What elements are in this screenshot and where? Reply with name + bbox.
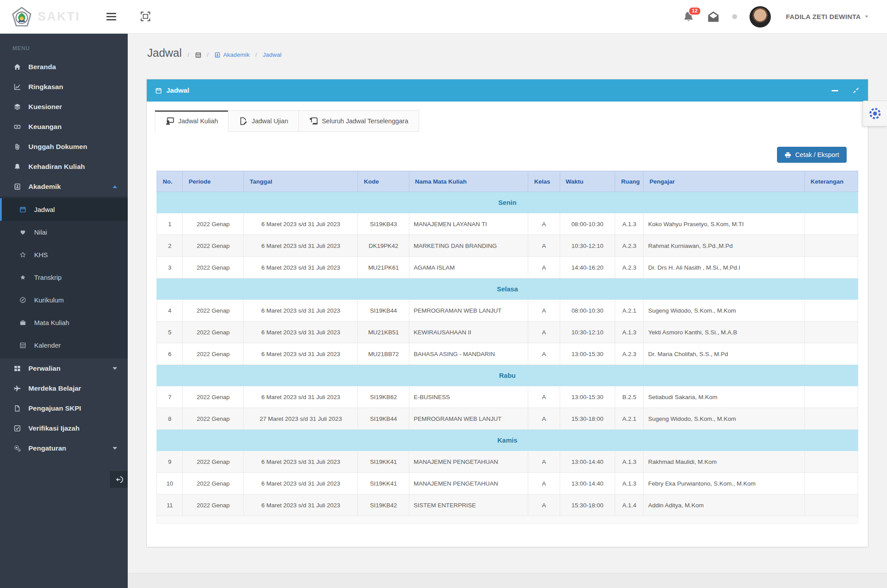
table-row: 42022 Genap6 Maret 2023 s/d 31 Juli 2023… — [157, 300, 858, 321]
user-menu-button[interactable]: FADILA ZETI DEWINTA — [783, 12, 871, 21]
sidebar-item-kehadiran-kuliah[interactable]: Kehadiran Kuliah — [0, 157, 128, 176]
cell-tanggal: 6 Maret 2023 s/d 31 Juli 2023 — [243, 235, 358, 257]
sidebar-item-ringkasan[interactable]: Ringkasan — [0, 77, 128, 97]
cell-periode: 2022 Genap — [183, 343, 243, 365]
check-square-icon — [12, 425, 22, 432]
cell-kelas: A — [528, 257, 560, 278]
cell-kode: MU21PK61 — [358, 257, 409, 278]
cell-no: 10 — [157, 473, 183, 494]
sidebar-item-unggah-dokumen[interactable]: Unggah Dokumen — [0, 137, 128, 157]
cell-kode: SI19KK41 — [358, 451, 409, 473]
messages-button[interactable] — [707, 10, 720, 23]
fullscreen-button[interactable] — [140, 11, 151, 22]
cell-ruang: A.1.3 — [615, 321, 644, 343]
sidebar-item-label: Kuesioner — [28, 103, 62, 111]
sidebar-subitem-jadwal[interactable]: Jadwal — [0, 198, 128, 221]
cell-nama-mata-kuliah: SISTEM ENTERPRISE — [409, 494, 528, 516]
schedule-table-body: Senin12022 Genap6 Maret 2023 s/d 31 Juli… — [157, 192, 858, 524]
print-export-button[interactable]: Cetak / Eksport — [777, 147, 847, 163]
breadcrumb-calendar-grid-icon[interactable] — [195, 52, 201, 58]
breadcrumb-label: Jadwal — [263, 51, 281, 58]
sidebar-item-akademik[interactable]: Akademik — [0, 176, 128, 196]
sidebar-subitem-transkrip[interactable]: Transkrip — [0, 266, 128, 289]
day-group-row-senin: Senin — [157, 192, 858, 213]
sidebar-subitem-nilai[interactable]: Nilai — [0, 221, 128, 243]
col-header-nama-mata-kuliah: Nama Mata Kuliah — [409, 171, 528, 192]
cell-kelas: A — [528, 343, 560, 365]
panel-tools — [832, 87, 860, 94]
tab-seluruh-jadwal-terselenggara[interactable]: Seluruh Jadwal Terselenggara — [298, 110, 419, 132]
cell-nama-mata-kuliah: E-BUSINESS — [409, 386, 528, 408]
col-header-pengajar: Pengajar — [644, 171, 805, 192]
cell-waktu: 10:30-12:10 — [560, 321, 615, 343]
sidebar-item-perwalian[interactable]: Perwalian — [0, 358, 128, 378]
cell-periode: 2022 Genap — [183, 386, 243, 408]
calendar-grid-icon — [18, 342, 27, 349]
sidebar-toggle-button[interactable] — [106, 13, 116, 20]
cell-no: 1 — [157, 213, 183, 235]
cell-tanggal: 6 Maret 2023 s/d 31 Juli 2023 — [243, 343, 358, 365]
cell-pengajar: Febry Eka Purwiantono, S.Kom., M.Kom — [644, 473, 805, 494]
cell-tanggal: 6 Maret 2023 s/d 31 Juli 2023 — [243, 257, 358, 278]
cell-nama-mata-kuliah: MARKETING DAN BRANDING — [409, 235, 528, 257]
compress-panel-button[interactable] — [852, 87, 860, 94]
tab-jadwal-kuliah[interactable]: Jadwal Kuliah — [155, 110, 228, 132]
fullscreen-icon — [140, 11, 151, 22]
collapse-panel-button[interactable] — [832, 90, 838, 91]
sidebar-item-verifikasi-ijazah[interactable]: Verifikasi Ijazah — [0, 418, 128, 438]
sidebar-subitem-kalender[interactable]: Kalender — [0, 334, 128, 357]
sidebar-subitem-label: Kurikulum — [34, 296, 64, 304]
page-title: Jadwal — [147, 45, 182, 60]
sidebar-item-label: Kehadiran Kuliah — [28, 163, 85, 171]
sidebar-collapse-button[interactable] — [110, 471, 128, 488]
brand-name: SAKTI — [38, 10, 80, 24]
sidebar-subitem-kurikulum[interactable]: Kurikulum — [0, 289, 128, 311]
chevron-down-icon — [865, 16, 868, 18]
chevron-up-icon — [113, 185, 117, 188]
heart-icon — [18, 229, 27, 235]
breadcrumb-link-jadwal[interactable]: Jadwal — [263, 51, 281, 58]
address-book-icon — [214, 52, 220, 58]
sidebar-subitem-khs[interactable]: KHS — [0, 243, 128, 266]
breadcrumb-link-akademik[interactable]: Akademik — [214, 51, 249, 58]
tab-label: Jadwal Kuliah — [178, 118, 218, 125]
sidebar-item-merdeka-belajar[interactable]: Merdeka Belajar — [0, 378, 128, 398]
tab-jadwal-ujian[interactable]: Jadwal Ujian — [228, 110, 298, 132]
cell-periode: 2022 Genap — [183, 408, 243, 430]
day-group-row-kamis: Kamis — [157, 430, 858, 451]
cell-periode: 2022 Genap — [183, 300, 243, 321]
cell-no: 6 — [157, 343, 183, 365]
address-book-icon — [12, 183, 22, 190]
cell-keterangan — [805, 494, 858, 516]
cell-pengajar: Rahmat Kurniawan, S.Pd.,M.Pd — [644, 235, 805, 257]
star-outline-icon — [18, 251, 27, 258]
briefcase-icon — [18, 319, 27, 326]
sidebar-item-label: Beranda — [28, 63, 56, 71]
cell-ruang: A.1.3 — [615, 213, 644, 235]
avatar[interactable] — [750, 6, 771, 27]
tab-content: Cetak / Eksport No.PeriodeTanggalKodeNam… — [155, 147, 860, 524]
table-row: 72022 Genap6 Maret 2023 s/d 31 Juli 2023… — [157, 386, 858, 408]
table-row: 32022 Genap6 Maret 2023 s/d 31 Juli 2023… — [157, 257, 858, 278]
sidebar-item-pengaturan[interactable]: Pengaturan — [0, 438, 128, 458]
sidebar-item-pengajuan-skpi[interactable]: Pengajuan SKPI — [0, 398, 128, 418]
cell-nama-mata-kuliah: MANAJEMEN PENGETAHUAN — [409, 473, 528, 494]
sidebar-item-keuangan[interactable]: Keuangan — [0, 117, 128, 137]
cell-waktu: 14:40-16:20 — [560, 257, 615, 278]
settings-flyout-button[interactable] — [863, 101, 887, 126]
brand[interactable]: SAKTI — [12, 0, 80, 33]
cell-pengajar: Dr. Drs H. Ali Nasith , M.Si., M.Pd.I — [644, 257, 805, 278]
cell-kode: MU21KB51 — [358, 321, 409, 343]
sidebar-subitem-mata-kuliah[interactable]: Mata Kuliah — [0, 311, 128, 334]
sidebar-item-label: Ringkasan — [28, 83, 63, 91]
cell-no: 8 — [157, 408, 183, 430]
notifications-button[interactable]: 12 — [683, 11, 695, 23]
scroll-icon — [309, 117, 318, 125]
sidebar-item-kuesioner[interactable]: Kuesioner — [0, 97, 128, 117]
sidebar-entry: Merdeka Belajar — [0, 378, 128, 398]
sidebar-item-label: Keuangan — [28, 123, 62, 131]
table-row: 22022 Genap6 Maret 2023 s/d 31 Juli 2023… — [157, 235, 858, 257]
cell-kode: SI19KB62 — [358, 386, 409, 408]
sidebar-item-beranda[interactable]: Beranda — [0, 57, 128, 77]
cell-nama-mata-kuliah: PEMROGRAMAN WEB LANJUT — [409, 300, 528, 321]
